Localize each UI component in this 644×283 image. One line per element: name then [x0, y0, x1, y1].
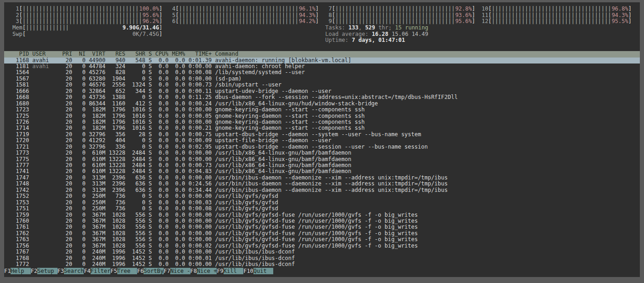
col-header-command[interactable]: Command: [215, 51, 632, 57]
process-row[interactable]: 1748200313M2396636S0.00.00:24.56/usr/bin…: [4, 181, 640, 187]
cell-pid: 1725: [12, 113, 29, 119]
fkey-f7-nice[interactable]: F7Nice -: [164, 268, 190, 274]
fkey-f2-setup[interactable]: F2Setup: [31, 268, 58, 274]
cell-res: 828: [109, 69, 125, 75]
fkey-f8-nice[interactable]: F8Nice +: [190, 268, 217, 274]
cell-cpu: 0.0: [155, 224, 169, 230]
fkey-f4-filter[interactable]: F4Filter: [84, 268, 110, 274]
process-row[interactable]: 1714200182M17961016S0.00.00:00.21gnome-k…: [4, 125, 640, 131]
process-row[interactable]: 1775200610M132282484S0.00.00:00.00/usr/l…: [4, 156, 640, 162]
process-row-selected[interactable]: 1168avahi20044900940548S0.00.00:01.39ava…: [4, 58, 640, 64]
cell-command: /usr/lib/gvfs/gvfsd: [215, 200, 632, 206]
col-header-time[interactable]: TIME+: [189, 51, 212, 57]
fkey-f1-help[interactable]: F1Help: [4, 268, 31, 274]
process-row[interactable]: 1756200367M1028556S0.00.00:00.02/usr/lib…: [4, 243, 640, 249]
process-row[interactable]: 1777200610M132282484S0.00.00:00.73/usr/l…: [4, 162, 640, 168]
process-row[interactable]: 1751200250M7360S0.00.00:00.08/usr/lib/gv…: [4, 206, 640, 212]
cell-shr: 636: [129, 187, 145, 193]
cell-user: [32, 261, 59, 267]
process-row[interactable]: 1760200367M1028556S0.00.00:00.00/usr/lib…: [4, 218, 640, 224]
cell-user: [32, 224, 59, 230]
process-row[interactable]: 1564200452768280S0.00.00:00.08/lib/syste…: [4, 69, 640, 75]
cell-virt: 313M: [89, 187, 105, 193]
cell-s: S: [149, 88, 152, 94]
cell-pri: 20: [62, 101, 72, 107]
cell-pid: 1773: [12, 150, 29, 156]
process-row[interactable]: 1720200412924040S0.00.00:00.09upstart-fi…: [4, 138, 640, 144]
process-row[interactable]: 1752200250M7360S0.00.00:00.00/usr/lib/gv…: [4, 193, 640, 199]
cell-res: 1796: [109, 119, 125, 125]
cell-pid: 1775: [12, 156, 29, 162]
cell-s: S: [149, 162, 152, 168]
cell-res: 404: [109, 138, 125, 144]
meter-fill: ||||||||||||||||||||||||||||||||||||||||…: [492, 12, 621, 19]
bracket-open: [: [23, 25, 26, 31]
col-header-pid[interactable]: PID: [12, 51, 29, 57]
cell-virt: 240M: [89, 249, 105, 255]
process-row[interactable]: 1772200240M19961452S0.00.00:00.00/usr/li…: [4, 261, 640, 267]
col-header-cpu[interactable]: CPU%: [155, 51, 169, 57]
fkey-f3-search[interactable]: F3Search: [58, 268, 84, 274]
fkey-f10-quit[interactable]: F10Quit: [243, 268, 273, 274]
process-row[interactable]: 1761200367M1028556S0.00.00:00.00/usr/lib…: [4, 224, 640, 230]
fkey-f5-tree[interactable]: F5Tree: [110, 268, 137, 274]
process-row[interactable]: 15672006328019040S0.00.00:00.00(sd-pam): [4, 76, 640, 82]
col-header-virt[interactable]: VIRT: [89, 51, 105, 57]
process-row[interactable]: 1747200313M2396636S0.00.00:00.00/usr/bin…: [4, 175, 640, 181]
cell-time: 0:00.01: [189, 255, 212, 261]
cell-cpu: 0.0: [155, 94, 169, 100]
fkey-number: F7: [164, 268, 170, 274]
cell-ni: 0: [75, 58, 86, 64]
process-row[interactable]: 1721200327963360S0.00.00:02.95upstart-db…: [4, 144, 640, 150]
col-header-s[interactable]: S: [149, 51, 152, 57]
fkey-f9-kill[interactable]: F9Kill: [217, 268, 243, 274]
cell-user: [32, 255, 59, 261]
col-header-ni[interactable]: NI: [75, 51, 86, 57]
cell-time: 0:00.00: [189, 218, 212, 224]
bracket-close: ]: [159, 31, 162, 38]
cell-time: 0:00.11: [189, 88, 212, 94]
cell-time: 0:00.73: [189, 82, 212, 88]
cell-time: 0:00.00: [189, 175, 212, 181]
col-header-shr[interactable]: SHR: [129, 51, 145, 57]
cell-command: gnome-keyring-daemon --start --component…: [215, 107, 632, 113]
col-header-mem[interactable]: MEM%: [172, 51, 185, 57]
process-row[interactable]: 17192003279635628S0.00.00:00.75upstart-d…: [4, 132, 640, 138]
process-row[interactable]: 1762200367M1028556S0.00.00:00.00/usr/lib…: [4, 231, 640, 237]
process-row[interactable]: 1768200240M19961452S0.00.00:00.01/usr/li…: [4, 255, 640, 261]
meter-label: 6: [169, 18, 175, 25]
summary-text: ,: [358, 25, 365, 31]
cell-pid: 1720: [12, 138, 29, 144]
process-row[interactable]: 1181avahi200447843240S0.00.00:00.00avahi…: [4, 64, 640, 69]
process-row[interactable]: 1680200863441160412S0.00.00:00.24/usr/li…: [4, 101, 640, 107]
col-header-user[interactable]: USER: [32, 51, 59, 57]
col-header-pri[interactable]: PRI: [62, 51, 72, 57]
process-row[interactable]: 15812004657625561324S0.00.00:00.73/sbin/…: [4, 82, 640, 88]
col-header-res[interactable]: RES: [109, 51, 125, 57]
cell-s: S: [149, 168, 152, 174]
cell-time: 0:00.00: [189, 231, 212, 237]
process-row[interactable]: 1759200367M1028556S0.00.00:00.00/usr/lib…: [4, 212, 640, 218]
process-row[interactable]: 16682004373613880S0.00.00:11.25dbus-daem…: [4, 94, 640, 100]
cell-s: S: [149, 76, 152, 82]
process-row[interactable]: 1742200313M2396636S0.00.00:34.44/usr/bin…: [4, 187, 640, 193]
process-row[interactable]: 1773200610M132282484S0.00.00:00.00/usr/l…: [4, 150, 640, 156]
cell-mem: 0.0: [172, 113, 185, 119]
process-row[interactable]: 1767200240M19961452S0.00.00:00.00/usr/li…: [4, 249, 640, 255]
process-row[interactable]: 1753200250M7360S0.00.00:00.03/usr/lib/gv…: [4, 200, 640, 206]
cell-res: 1796: [109, 113, 125, 119]
process-row[interactable]: 1741200610M132282484S0.00.00:04.83/usr/l…: [4, 168, 640, 174]
cell-pid: 1721: [12, 144, 29, 150]
process-row[interactable]: 1726200182M17961016S0.00.00:00.00gnome-k…: [4, 119, 640, 125]
cell-pid: 1714: [12, 125, 29, 131]
cell-command: /usr/lib/gvfs/gvfsd-fuse /run/user/1000/…: [215, 218, 632, 224]
fkey-f6-sortby[interactable]: F6SortBy: [137, 268, 164, 274]
cell-pri: 20: [62, 168, 72, 174]
process-row[interactable]: 1723200182M17961016S0.00.00:00.00gnome-k…: [4, 107, 640, 113]
mem-meter: Mem[||||||||||||||||||||||||||||||||||||…: [12, 25, 162, 31]
process-row[interactable]: 166620032864652344S0.00.00:00.11upstart-…: [4, 88, 640, 94]
process-row[interactable]: 1763200367M1028556S0.00.00:00.00/usr/lib…: [4, 237, 640, 243]
process-table-header[interactable]: PIDUSERPRINIVIRTRESSHRSCPU%MEM%TIME+Comm…: [4, 51, 640, 57]
meter-fill: ||||||||||||||||||||||||||||||||||||||||…: [492, 6, 624, 12]
process-row[interactable]: 1725200182M17961016S0.00.00:00.05gnome-k…: [4, 113, 640, 119]
